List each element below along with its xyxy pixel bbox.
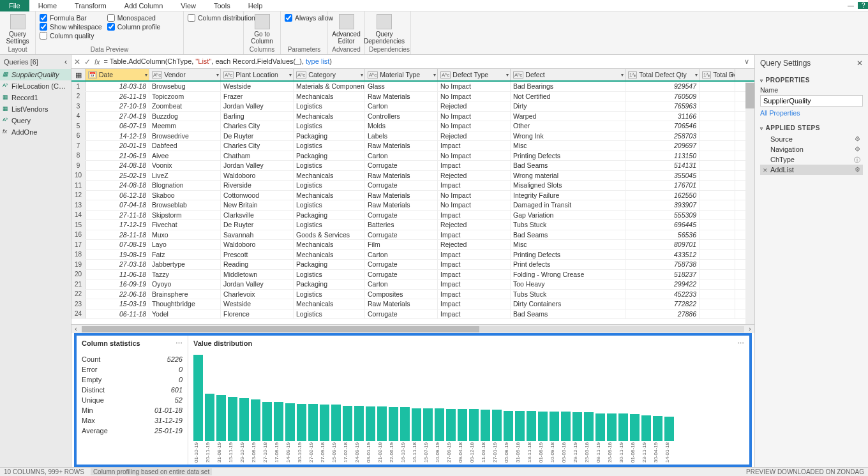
scroll-left-icon[interactable]: ‹ [71,325,80,332]
menu-tab-tools[interactable]: Tools [205,1,239,11]
query-item[interactable]: SupplierQuality [0,69,71,80]
chk-show-whitespace[interactable]: Show whitespace [40,23,102,31]
column-header[interactable]: AᵇcDefect Type▾ [438,69,511,80]
window-help[interactable]: ? [858,2,868,9]
chk-monospaced[interactable]: Monospaced [107,14,161,22]
query-item[interactable]: AddOne [0,126,71,138]
dist-bar[interactable] [607,413,617,441]
column-header[interactable]: AᵇcMaterial Type▾ [365,69,438,80]
column-header[interactable]: 1²₃Total Dow▾ [700,69,735,80]
goto-column-button[interactable]: Go to Column [248,14,276,45]
dist-bar[interactable] [435,408,444,441]
chk-formula-bar[interactable]: Formula Bar [40,14,102,22]
formula-input[interactable]: = Table.AddColumn(ChType, "List", each R… [104,57,738,66]
dist-bar[interactable] [389,407,398,441]
dist-bar[interactable] [641,415,651,442]
table-row[interactable]: 821-06-19AiveeChathamPackagingCartonNo I… [71,151,754,161]
applied-step[interactable]: AddList⚙ [760,165,863,175]
query-item[interactable]: FileLocation (C:\Users... [0,80,71,92]
gear-icon[interactable]: ⚙ [855,135,860,142]
cancel-formula-icon[interactable]: ✕ [74,57,80,66]
menu-tab-home[interactable]: Home [29,1,66,11]
table-row[interactable]: 1124-08-18BlognationRiversideLogisticsCo… [71,181,754,191]
dist-bar[interactable] [320,405,329,441]
table-row[interactable]: 924-08-18VoonixJordan ValleyLogisticsCor… [71,161,754,171]
table-row[interactable]: 1307-04-18BrowseblabNew BritainLogistics… [71,200,754,211]
menu-tab-transform[interactable]: Transform [66,1,116,11]
dist-bar[interactable] [412,408,421,441]
table-row[interactable]: 118-03-18BrowsebugWestsideMaterials & Co… [71,82,754,92]
dist-bar[interactable] [205,394,214,441]
table-row[interactable]: 614-12-19BrowsedriveDe RuyterPackagingLa… [71,131,754,142]
query-item[interactable]: Record1 [0,92,71,103]
table-row[interactable]: 327-10-19ZoombeatJordan ValleyLogisticsC… [71,101,754,112]
dist-bar[interactable] [193,355,203,441]
dist-bar[interactable] [653,416,662,441]
select-all-cell[interactable]: ▦ [71,69,86,80]
expand-formula-icon[interactable]: ∨ [742,57,752,66]
table-row[interactable]: 226-11-19TopiczoomFrazerMechanicalsRaw M… [71,92,754,102]
dist-bar[interactable] [274,402,283,441]
menu-tab-help[interactable]: Help [239,1,272,11]
query-settings-button[interactable]: Query Settings [4,14,31,45]
chk-column-quality[interactable]: Column quality [40,32,102,40]
dist-bar[interactable] [400,407,410,441]
dist-bar[interactable] [584,412,594,441]
table-row[interactable]: 1707-08-19LayoWaldoboroMechanicalsFilmRe… [71,240,754,250]
dist-bar[interactable] [308,404,318,441]
query-name-input[interactable] [760,95,863,107]
stats-menu-icon[interactable]: ⋯ [176,339,183,348]
dist-bar[interactable] [251,399,260,441]
dist-bar[interactable] [618,413,628,441]
menu-tab-add-column[interactable]: Add Column [116,1,172,11]
table-row[interactable]: 720-01-19DabfeedCharles CityLogisticsRaw… [71,141,754,151]
table-row[interactable]: 506-07-19MeemmCharles CityLogisticsMolds… [71,121,754,131]
dist-bar[interactable] [572,412,582,441]
dist-bar[interactable] [297,404,306,441]
dist-bar[interactable] [538,412,548,441]
gear-icon[interactable]: ⚙ [855,166,860,173]
dist-menu-icon[interactable]: ⋯ [737,339,744,348]
column-header[interactable]: AᵇcPlant Location▾ [221,69,294,80]
advanced-editor-button[interactable]: Advanced Editor [332,14,361,45]
query-item[interactable]: ListVendors [0,103,71,115]
accept-formula-icon[interactable]: ✓ [84,57,91,66]
table-row[interactable]: 1628-11-18MuxoSavannahGoods & ServicesCo… [71,230,754,241]
dist-bar[interactable] [216,395,226,441]
table-row[interactable]: 2222-06-18BrainsphereCharlevoixLogistics… [71,290,754,300]
dist-bar[interactable] [446,409,456,441]
applied-step[interactable]: ChTypeⓘ [760,154,863,165]
column-header[interactable]: AᵇcDefect▾ [511,69,625,80]
table-row[interactable]: 2315-03-19ThoughtbridgeWestsideMechanica… [71,299,754,309]
table-row[interactable]: 2116-09-19OyoyoJordan ValleyPackagingCar… [71,279,754,290]
dist-bar[interactable] [527,411,536,441]
dist-bar[interactable] [550,412,559,441]
dist-bar[interactable] [515,411,525,441]
table-row[interactable]: 2406-11-18YodelFlorenceLogisticsCorrugat… [71,309,754,320]
dist-bar[interactable] [331,405,341,441]
menu-tab-view[interactable]: View [172,1,205,11]
chk-always-allow[interactable]: Always allow [285,14,333,22]
table-row[interactable]: 1025-02-19LiveZWaldoboroMechanicalsRaw M… [71,171,754,181]
info-icon[interactable]: ⓘ [854,156,860,165]
dist-bar[interactable] [423,408,433,441]
table-row[interactable]: 1427-11-18SkipstormClarksvillePackagingC… [71,211,754,221]
menu-file[interactable]: File [0,0,29,11]
dist-bar[interactable] [458,409,467,441]
dist-bar[interactable] [664,417,674,441]
column-header[interactable]: AᵇcVendor▾ [149,69,221,80]
gear-icon[interactable]: ⚙ [855,145,860,152]
applied-step[interactable]: Source⚙ [760,134,863,144]
dist-bar[interactable] [561,412,571,441]
dist-bar[interactable] [354,406,364,441]
all-properties-link[interactable]: All Properties [760,109,800,117]
close-settings-icon[interactable]: ✕ [857,59,863,68]
dist-bar[interactable] [285,403,295,441]
dist-bar[interactable] [239,398,249,442]
collapse-queries-icon[interactable]: ‹ [64,57,67,66]
dist-bar[interactable] [469,409,479,441]
dist-bar[interactable] [630,414,640,441]
dist-bar[interactable] [595,413,605,441]
dist-bar[interactable] [492,410,502,441]
vertical-scrollbar[interactable] [745,82,754,324]
